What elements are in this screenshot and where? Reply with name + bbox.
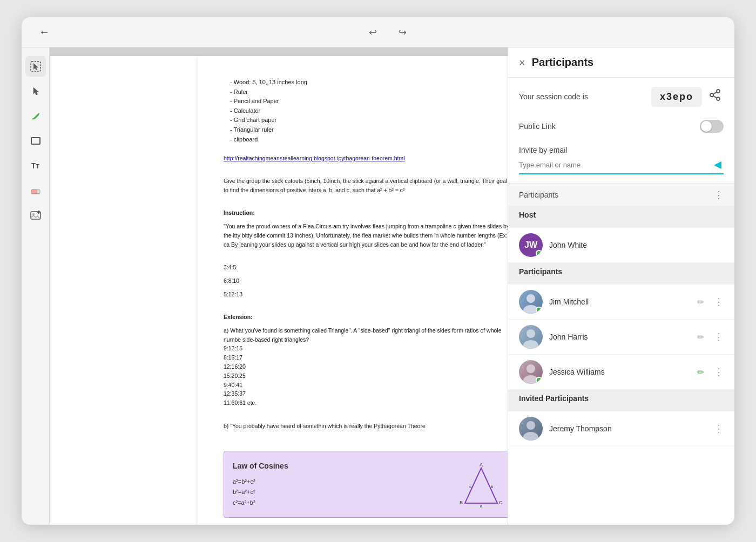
svg-point-26 bbox=[523, 340, 538, 349]
eraser-tool-button[interactable] bbox=[25, 180, 46, 201]
svg-line-20 bbox=[713, 92, 717, 94]
list-item: Grid chart paper bbox=[230, 116, 508, 125]
main-content: Tт bbox=[22, 48, 734, 525]
session-code-row: Your session code is x3epo bbox=[508, 78, 734, 116]
svg-text:b: b bbox=[491, 484, 494, 489]
svg-rect-2 bbox=[31, 138, 40, 144]
svg-text:A: A bbox=[480, 462, 483, 468]
invite-label: Invite by email bbox=[519, 146, 724, 154]
instruction-body: "You are the proud owners of a Flea Circ… bbox=[224, 222, 508, 249]
link-text[interactable]: http://realtachingmeansreallearning.blog… bbox=[224, 154, 508, 163]
pointer-tool-button[interactable] bbox=[25, 81, 46, 101]
svg-rect-4 bbox=[37, 189, 40, 194]
law-cosines-content: Law of Cosines a²=b²+c² b²=a²+c² c²=a²+b… bbox=[233, 460, 288, 509]
text-tool-button[interactable]: Tт bbox=[25, 155, 46, 176]
participants-sublabel: Participants bbox=[519, 267, 724, 276]
host-avatar: JW bbox=[519, 233, 543, 257]
svg-text:C: C bbox=[499, 500, 503, 505]
jessica-name: Jessica Williams bbox=[549, 368, 687, 376]
svg-point-19 bbox=[717, 97, 720, 100]
back-button[interactable]: ← bbox=[35, 24, 54, 40]
doc-pages-row: Wood: 5, 10, 13 inches long Ruler Pencil… bbox=[50, 56, 508, 525]
participant-row-jeremy: Jeremy Thompson ⋮ bbox=[508, 411, 734, 446]
items-list: Wood: 5, 10, 13 inches long Ruler Pencil… bbox=[224, 78, 508, 144]
right-panel: × Participants Your session code is x3ep… bbox=[508, 48, 734, 525]
share-button[interactable] bbox=[706, 86, 724, 107]
svg-point-27 bbox=[526, 364, 535, 373]
john-h-more-button[interactable]: ⋮ bbox=[714, 331, 724, 343]
list-item: Wood: 5, 10, 13 inches long bbox=[230, 78, 508, 87]
panel-title: Participants bbox=[532, 56, 593, 69]
panel-close-button[interactable]: × bbox=[519, 57, 525, 68]
john-h-edit-button[interactable]: ✏ bbox=[694, 331, 707, 343]
right-doc-page: Wood: 5, 10, 13 inches long Ruler Pencil… bbox=[198, 56, 508, 525]
invited-section-header: Invited Participants bbox=[508, 390, 734, 411]
host-row: JW John White bbox=[508, 228, 734, 263]
participant-row-jim: Jim Mitchell ✏ ⋮ bbox=[508, 284, 734, 320]
formula-3: c²=a²+b² bbox=[233, 498, 288, 509]
footer-text: Use the Cosine Law to find the Pythag = … bbox=[224, 524, 508, 525]
ratio-3: 5:12:13 bbox=[224, 290, 508, 299]
host-name: John White bbox=[549, 241, 724, 249]
document-area[interactable]: Wood: 5, 10, 13 inches long Ruler Pencil… bbox=[50, 48, 508, 525]
triangle-diagram: A B C c b a bbox=[454, 460, 508, 509]
body-text: Give the group the stick cutouts (5inch,… bbox=[224, 177, 508, 195]
participants-section-label: Participants bbox=[519, 191, 714, 199]
panel-header: × Participants bbox=[508, 48, 734, 78]
svg-point-17 bbox=[717, 90, 720, 93]
formula-1: a²=b²+c² bbox=[233, 477, 288, 487]
jessica-edit-button[interactable]: ✏ bbox=[694, 366, 707, 378]
list-item: Triangular ruler bbox=[230, 125, 508, 135]
ratio-2: 6:8:10 bbox=[224, 276, 508, 286]
undo-button[interactable]: ↩ bbox=[364, 24, 381, 40]
participant-row-jessica: Jessica Williams ✏ ⋮ bbox=[508, 355, 734, 390]
jim-name: Jim Mitchell bbox=[549, 297, 687, 306]
svg-point-18 bbox=[710, 93, 713, 97]
john-h-avatar bbox=[519, 325, 543, 349]
rectangle-tool-button[interactable] bbox=[25, 131, 46, 151]
host-initials: JW bbox=[524, 240, 537, 250]
participants-subsection: Participants bbox=[508, 263, 734, 284]
invited-label: Invited Participants bbox=[519, 394, 724, 403]
list-item: Ruler bbox=[230, 87, 508, 97]
svg-point-30 bbox=[523, 432, 538, 441]
svg-text:a: a bbox=[480, 504, 483, 509]
top-bar: ← ↩ ↪ bbox=[22, 17, 734, 48]
svg-text:c: c bbox=[469, 484, 471, 489]
select-tool-button[interactable] bbox=[25, 56, 46, 77]
participants-more-button[interactable]: ⋮ bbox=[714, 189, 724, 201]
jim-avatar bbox=[519, 290, 543, 314]
redo-button[interactable]: ↪ bbox=[394, 24, 411, 40]
invite-section: Invite by email bbox=[508, 141, 734, 184]
svg-point-25 bbox=[526, 329, 535, 338]
jim-edit-button[interactable]: ✏ bbox=[694, 296, 707, 308]
jeremy-avatar bbox=[519, 417, 543, 441]
jim-online-indicator bbox=[536, 307, 542, 313]
list-item: clipboard bbox=[230, 135, 508, 145]
jeremy-name: Jeremy Thompson bbox=[549, 424, 707, 433]
jessica-avatar bbox=[519, 360, 543, 384]
invite-input[interactable] bbox=[519, 159, 712, 171]
svg-point-29 bbox=[526, 421, 535, 430]
host-label: Host bbox=[519, 211, 724, 219]
list-item: Pencil and Paper bbox=[230, 97, 508, 106]
svg-text:B: B bbox=[460, 500, 463, 505]
left-doc-page bbox=[50, 56, 198, 525]
toolbar-center: ↩ ↪ bbox=[54, 24, 721, 40]
ratio-1: 3:4:5 bbox=[224, 263, 508, 272]
formula-2: b²=a²+c² bbox=[233, 487, 288, 498]
image-tool-button[interactable] bbox=[25, 205, 46, 226]
public-link-toggle[interactable] bbox=[700, 120, 724, 133]
participant-row-john-h: John Harris ✏ ⋮ bbox=[508, 320, 734, 355]
invite-send-button[interactable] bbox=[712, 159, 724, 171]
jessica-more-button[interactable]: ⋮ bbox=[714, 366, 724, 378]
host-online-indicator bbox=[536, 250, 542, 256]
law-cosines-title: Law of Cosines bbox=[233, 460, 288, 472]
panel-body: Your session code is x3epo Pu bbox=[508, 78, 734, 525]
jessica-online-indicator bbox=[536, 377, 542, 383]
jeremy-more-button[interactable]: ⋮ bbox=[714, 423, 724, 435]
left-toolbar: Tт bbox=[22, 48, 50, 525]
host-section: Host bbox=[508, 206, 734, 228]
pen-tool-button[interactable] bbox=[25, 106, 46, 126]
jim-more-button[interactable]: ⋮ bbox=[714, 296, 724, 308]
